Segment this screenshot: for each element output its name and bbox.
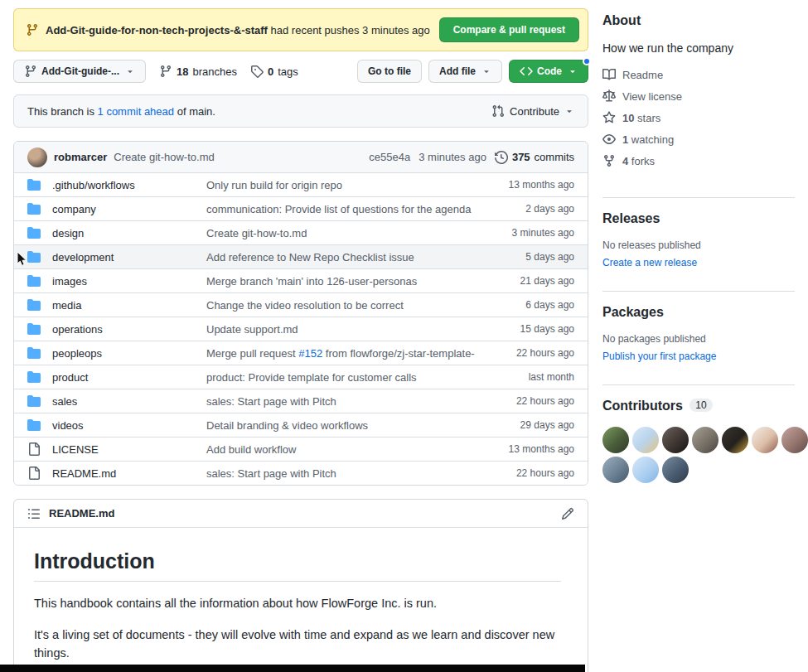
table-row[interactable]: images Merge branch 'main' into 126-user… <box>14 268 588 292</box>
sidebar-item-readme[interactable]: Readme <box>602 68 795 81</box>
branch-selector[interactable]: Add-Git-guide-... <box>13 60 146 83</box>
compare-pull-request-button[interactable]: Compare & pull request <box>439 17 579 42</box>
file-name-link[interactable]: media <box>52 299 206 312</box>
contributor-avatar[interactable] <box>602 457 629 483</box>
contribute-button[interactable]: Contribute <box>491 104 574 118</box>
row-commit-message[interactable]: Create git-how-to.md <box>206 227 475 239</box>
sidebar-item-license[interactable]: View license <box>602 89 795 103</box>
file-name-link[interactable]: development <box>52 251 206 263</box>
file-name-link[interactable]: peopleops <box>52 347 206 360</box>
releases-empty-text: No releases published <box>602 239 795 251</box>
file-name-link[interactable]: product <box>52 371 206 384</box>
row-commit-message[interactable]: Detail branding & video workflows <box>206 419 475 432</box>
chevron-down-icon <box>125 66 135 76</box>
readme-body: Introduction This handbook contains all … <box>14 528 588 672</box>
packages-section: Packages No packages published Publish y… <box>602 305 795 385</box>
file-name-link[interactable]: design <box>52 227 206 239</box>
publish-package-link[interactable]: Publish your first package <box>602 351 716 362</box>
commit-message-link[interactable]: Create git-how-to.md <box>114 151 214 163</box>
contributor-avatar[interactable] <box>602 427 629 453</box>
file-name-link[interactable]: .github/workflows <box>52 179 206 191</box>
table-row[interactable]: design Create git-how-to.md 3 minutes ag… <box>14 220 588 244</box>
repo-toolbar: Add-Git-guide-... 18 branches 0 tags <box>13 60 588 83</box>
folder-icon <box>27 250 41 263</box>
contributor-avatar[interactable] <box>662 457 689 483</box>
table-row[interactable]: LICENSE Add build workflow 13 months ago <box>14 437 588 461</box>
file-name-link[interactable]: company <box>52 203 206 215</box>
sidebar-item-label: View license <box>622 90 682 103</box>
table-row[interactable]: operations Update support.md 15 days ago <box>14 317 588 341</box>
table-row[interactable]: media Change the video resolution to be … <box>14 292 588 317</box>
folder-icon <box>27 322 41 336</box>
row-commit-message[interactable]: Merge branch 'main' into 126-user-person… <box>206 275 475 288</box>
law-icon <box>602 89 616 103</box>
contributor-avatar[interactable] <box>752 427 778 453</box>
contributor-avatar[interactable] <box>781 427 808 453</box>
commits-history-link[interactable]: 375 commits <box>495 151 574 164</box>
row-commit-date: 3 minutes ago <box>475 227 574 239</box>
commit-sha-link[interactable]: ce55e4a <box>369 151 410 163</box>
table-row[interactable]: .github/workflows Only run build for ori… <box>14 172 588 196</box>
folder-icon <box>27 394 41 408</box>
git-branch-icon <box>24 65 37 78</box>
latest-commit-bar: robmarcer Create git-how-to.md ce55e4a 3… <box>14 142 588 172</box>
mouse-cursor <box>17 251 27 267</box>
row-commit-date: 22 hours ago <box>475 347 574 359</box>
contributor-avatar[interactable] <box>722 427 748 453</box>
file-name-link[interactable]: operations <box>52 323 206 336</box>
contributor-avatar[interactable] <box>632 427 659 453</box>
branches-link[interactable]: 18 branches <box>159 65 237 78</box>
commit-ahead-link[interactable]: 1 commit ahead <box>98 105 175 118</box>
pencil-icon[interactable] <box>561 507 574 520</box>
contributors-title: Contributors <box>602 399 683 413</box>
file-name-link[interactable]: images <box>52 275 206 288</box>
row-commit-message[interactable]: Add build workflow <box>206 443 475 456</box>
row-commit-message[interactable]: sales: Start page with Pitch <box>206 467 475 480</box>
row-commit-message[interactable]: Update support.md <box>206 323 475 336</box>
contribute-label: Contribute <box>510 105 559 118</box>
table-row[interactable]: peopleops Merge pull request #152 from f… <box>14 341 588 365</box>
row-commit-message[interactable]: Merge pull request #152 from flowforge/z… <box>206 347 475 360</box>
file-icon <box>27 442 41 456</box>
file-name-link[interactable]: videos <box>52 419 206 432</box>
row-commit-date: 15 days ago <box>475 323 574 335</box>
sidebar-item-watching[interactable]: 1 watching <box>602 133 795 146</box>
go-to-file-button[interactable]: Go to file <box>357 60 422 83</box>
table-row[interactable]: product product: Provide template for cu… <box>14 365 588 389</box>
row-commit-message[interactable]: Only run build for origin repo <box>206 179 475 191</box>
branch-status-prefix: This branch is <box>27 105 94 118</box>
file-name-link[interactable]: README.md <box>52 467 206 480</box>
list-unordered-icon[interactable] <box>27 507 41 520</box>
row-commit-message[interactable]: communication: Provide list of questions… <box>206 203 475 215</box>
forks-count: 4 <box>622 155 628 167</box>
avatar[interactable] <box>27 147 47 167</box>
add-file-button[interactable]: Add file <box>428 60 502 83</box>
stars-count: 10 <box>622 112 634 124</box>
commit-author-link[interactable]: robmarcer <box>54 151 107 163</box>
tags-link[interactable]: 0 tags <box>250 65 298 78</box>
table-row[interactable]: videos Detail branding & video workflows… <box>14 413 588 437</box>
row-commit-date: 13 months ago <box>475 179 574 191</box>
sidebar-item-forks[interactable]: 4 forks <box>602 154 795 167</box>
book-icon <box>602 68 616 81</box>
pull-request-link[interactable]: #152 <box>298 347 322 360</box>
file-name-link[interactable]: LICENSE <box>52 443 206 456</box>
sidebar-item-stars[interactable]: 10 stars <box>602 111 795 124</box>
row-commit-date: 5 days ago <box>475 251 574 263</box>
table-row[interactable]: README.md sales: Start page with Pitch 2… <box>14 461 588 485</box>
table-row[interactable]: sales sales: Start page with Pitch 22 ho… <box>14 389 588 413</box>
table-row[interactable]: company communication: Provide list of q… <box>14 196 588 220</box>
contributor-avatar[interactable] <box>632 457 659 483</box>
file-name-link[interactable]: sales <box>52 395 206 408</box>
row-commit-message[interactable]: sales: Start page with Pitch <box>206 395 475 408</box>
row-commit-message[interactable]: product: Provide template for customer c… <box>206 371 475 384</box>
contributors-heading: Contributors 10 <box>602 399 795 413</box>
row-commit-message[interactable]: Add reference to New Repo Checklist issu… <box>206 251 475 263</box>
tags-label: tags <box>278 65 298 78</box>
contributor-avatar[interactable] <box>692 427 718 453</box>
contributor-avatar[interactable] <box>662 427 689 453</box>
table-row[interactable]: development Add reference to New Repo Ch… <box>14 244 588 268</box>
code-button[interactable]: Code <box>509 60 588 83</box>
create-release-link[interactable]: Create a new release <box>602 257 697 268</box>
row-commit-message[interactable]: Change the video resolution to be correc… <box>206 299 475 312</box>
